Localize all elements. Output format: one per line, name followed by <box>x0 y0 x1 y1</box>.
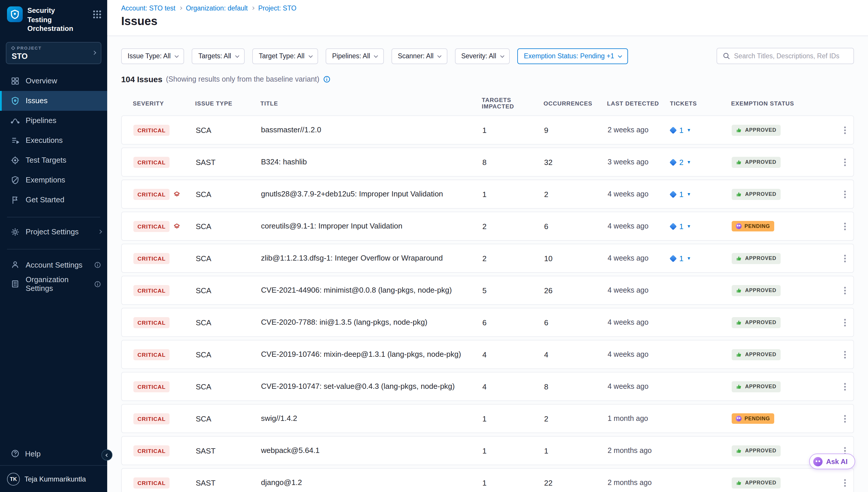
table-row[interactable]: CRITICAL SCA CVE-2019-10746: mixin-deep@… <box>121 340 854 369</box>
filter-pipelines[interactable]: Pipelines: All <box>326 48 384 64</box>
app-logo-icon <box>7 6 23 22</box>
chevron-right-icon <box>92 51 96 55</box>
table-row[interactable]: CRITICAL SAST webpack@5.64.1 1 1 2 month… <box>121 436 854 465</box>
tickets-cell[interactable]: 1 ▾ <box>670 254 732 263</box>
kebab-menu-icon[interactable] <box>844 193 846 195</box>
filter-target-type[interactable]: Target Type: All <box>252 48 318 64</box>
sidebar-item-organization-settings[interactable]: Organization Settings <box>0 275 107 294</box>
table-row[interactable]: CRITICAL SCA swig//1.4.2 1 2 1 month ago… <box>121 404 854 433</box>
table-row[interactable]: CRITICAL SCA CVE-2019-10747: set-value@0… <box>121 372 854 401</box>
issue-title[interactable]: swig//1.4.2 <box>261 404 482 433</box>
issue-title[interactable]: CVE-2020-7788: ini@1.3.5 (lang-pkgs, nod… <box>261 309 482 336</box>
severity-badge: CRITICAL <box>133 285 170 296</box>
apps-grid-icon[interactable] <box>93 10 101 19</box>
table-row[interactable]: CRITICAL SCA gnutls28@3.7.9-2+deb12u5: I… <box>121 179 854 209</box>
issue-title[interactable]: zlib@1:1.2.13.dfsg-1: Integer Overflow o… <box>261 244 482 272</box>
issues-table: SEVERITYISSUE TYPETITLETARGETS IMPACTEDO… <box>121 97 854 492</box>
sidebar-item-overview[interactable]: Overview <box>0 71 107 91</box>
breadcrumb-link[interactable]: Account: STO test <box>121 5 175 12</box>
issue-type: SCA <box>196 350 261 359</box>
issue-title[interactable]: webpack@5.64.1 <box>261 437 482 465</box>
search-input[interactable] <box>734 52 848 59</box>
issue-title[interactable]: django@1.2 <box>261 469 482 492</box>
chevron-down-icon <box>438 54 442 57</box>
info-icon[interactable] <box>323 75 331 83</box>
status-icon <box>736 191 742 197</box>
kebab-menu-icon[interactable] <box>844 482 846 484</box>
kebab-menu-icon[interactable] <box>844 386 846 387</box>
tickets-cell[interactable]: 2 ▾ <box>670 158 732 167</box>
status-label: PENDING <box>744 416 770 421</box>
breadcrumb-link[interactable]: Organization: default <box>186 5 247 12</box>
table-row[interactable]: CRITICAL SAST django@1.2 1 22 2 months a… <box>121 468 854 492</box>
help-button[interactable]: Help <box>0 442 107 465</box>
sidebar-item-pipelines[interactable]: Pipelines <box>0 111 107 130</box>
targets-impacted-value: 4 <box>482 382 544 391</box>
user-name: Teja Kummarikuntla <box>24 475 86 483</box>
tickets-cell[interactable]: 1 ▾ <box>670 126 732 134</box>
status-label: APPROVED <box>745 448 776 453</box>
filter-scanner[interactable]: Scanner: All <box>392 48 447 64</box>
severity-badge: CRITICAL <box>133 445 170 456</box>
issue-title[interactable]: bassmaster//1.2.0 <box>261 116 482 144</box>
issue-type: SAST <box>196 446 261 455</box>
issue-title[interactable]: coreutils@9.1-1: Improper Input Validati… <box>261 212 482 240</box>
sidebar-item-issues[interactable]: Issues <box>0 91 107 111</box>
page-title: Issues <box>121 15 854 28</box>
sidebar-item-account-settings[interactable]: Account Settings <box>0 255 107 275</box>
sidebar-item-executions[interactable]: Executions <box>0 130 107 150</box>
status-icon <box>736 255 742 262</box>
sidebar-collapse-button[interactable] <box>101 449 112 461</box>
issue-title[interactable]: B324: hashlib <box>261 148 482 176</box>
filter-targets[interactable]: Targets: All <box>192 48 245 64</box>
table-row[interactable]: CRITICAL SCA bassmaster//1.2.0 1 9 2 wee… <box>121 116 854 145</box>
issue-title[interactable]: CVE-2019-10747: set-value@0.4.3 (lang-pk… <box>261 372 482 400</box>
filter-exemption-status[interactable]: Exemption Status: Pending +1 <box>518 48 628 64</box>
last-detected-value: 4 weeks ago <box>608 190 670 198</box>
occurrences-value: 1 <box>544 446 608 455</box>
filter-severity[interactable]: Severity: All <box>455 48 510 64</box>
project-selector[interactable]: PROJECT STO <box>6 42 101 64</box>
user-menu[interactable]: TK Teja Kummarikuntla <box>0 465 107 492</box>
info-icon[interactable] <box>94 280 101 288</box>
kebab-menu-icon[interactable] <box>844 257 846 259</box>
issues-icon <box>10 96 20 105</box>
targets-impacted-value: 1 <box>482 414 544 423</box>
sidebar-item-exemptions[interactable]: Exemptions <box>0 170 107 190</box>
issue-title[interactable]: CVE-2019-10746: mixin-deep@1.3.1 (lang-p… <box>261 340 482 368</box>
overview-icon <box>10 76 20 86</box>
issue-title[interactable]: gnutls28@3.7.9-2+deb12u5: Improper Input… <box>261 180 482 208</box>
sidebar-account-nav: Account Settings Organization Settings <box>0 255 107 294</box>
breadcrumb-link[interactable]: Project: STO <box>258 5 296 12</box>
table-row[interactable]: CRITICAL SCA CVE-2021-44906: minimist@0.… <box>121 276 854 305</box>
sidebar-item-project-settings[interactable]: Project Settings <box>0 222 107 242</box>
last-detected-value: 2 months ago <box>608 478 670 487</box>
table-row[interactable]: CRITICAL SAST B324: hashlib 8 32 3 weeks… <box>121 147 854 177</box>
sidebar-item-test-targets[interactable]: Test Targets <box>0 150 107 170</box>
info-icon[interactable] <box>94 261 101 269</box>
status-icon <box>736 383 742 390</box>
filter-issue-type[interactable]: Issue Type: All <box>121 48 184 64</box>
table-row[interactable]: CRITICAL SCA CVE-2020-7788: ini@1.3.5 (l… <box>121 308 854 337</box>
kebab-menu-icon[interactable] <box>844 450 846 451</box>
sidebar-item-get-started[interactable]: Get Started <box>0 190 107 210</box>
tickets-cell[interactable]: 1 ▾ <box>670 222 732 230</box>
table-row[interactable]: CRITICAL SCA zlib@1:1.2.13.dfsg-1: Integ… <box>121 244 854 273</box>
tickets-cell[interactable]: 1 ▾ <box>670 190 732 198</box>
issue-title[interactable]: CVE-2021-44906: minimist@0.0.8 (lang-pkg… <box>261 276 482 304</box>
kebab-menu-icon[interactable] <box>844 225 846 227</box>
kebab-menu-icon[interactable] <box>844 161 846 163</box>
kebab-menu-icon[interactable] <box>844 418 846 419</box>
issue-type: SAST <box>196 478 261 487</box>
column-header: TICKETS <box>670 100 731 106</box>
table-row[interactable]: CRITICAL SCA coreutils@9.1-1: Improper I… <box>121 212 854 241</box>
kebab-menu-icon[interactable] <box>844 129 846 131</box>
search-box[interactable] <box>716 48 854 64</box>
ask-ai-button[interactable]: Ask AI <box>809 453 855 469</box>
kebab-menu-icon[interactable] <box>844 290 846 291</box>
kebab-menu-icon[interactable] <box>844 321 846 323</box>
executions-icon <box>10 136 20 145</box>
severity-badge: CRITICAL <box>133 477 170 488</box>
severity-badge: CRITICAL <box>133 317 170 328</box>
kebab-menu-icon[interactable] <box>844 353 846 355</box>
